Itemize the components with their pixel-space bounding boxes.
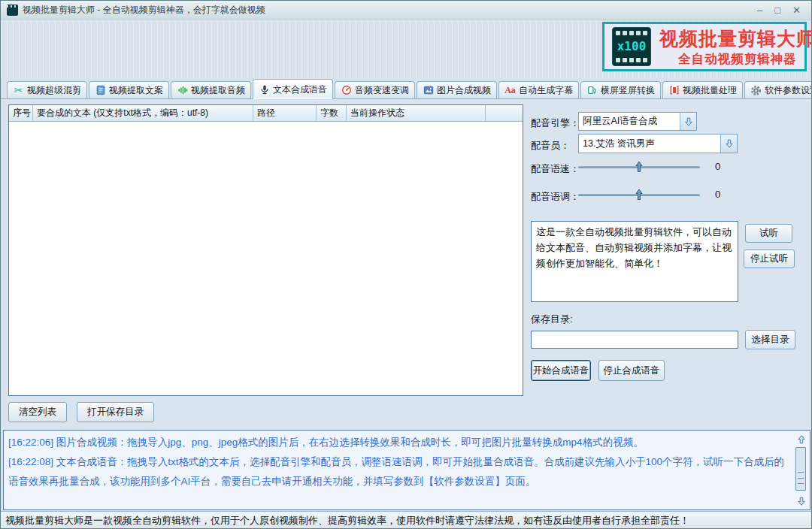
tab-video-batch-process[interactable]: 视频批量处理 (662, 81, 743, 98)
header-band: x100 视频批量剪辑大师 全自动视频剪辑神器 (1, 20, 811, 78)
status-bar: 视频批量剪辑大师是一款视频全自动剪辑软件，仅用于个人原创视频制作、提高剪辑效率，… (1, 511, 812, 529)
batch-icon (668, 85, 680, 96)
app-window: 视频批量剪辑大师 - 全自动视频剪辑神器，会打字就会做视频 – □ ✕ x100… (0, 0, 812, 529)
engine-value: 阿里云AI语音合成 (579, 115, 680, 128)
maximize-button[interactable]: □ (774, 5, 780, 15)
tab-label: 视频超级混剪 (27, 84, 81, 97)
gear-icon (750, 85, 762, 96)
col-path[interactable]: 路径 (253, 105, 317, 121)
tab-label: 图片合成视频 (437, 84, 491, 97)
subtitle-icon: Aa (504, 85, 516, 96)
speaker-label: 配音员： (531, 139, 570, 153)
speed-value: 0 (715, 161, 720, 172)
speed-icon (341, 85, 352, 96)
tab-label: 视频批量处理 (683, 84, 737, 97)
image-icon (423, 85, 434, 96)
clear-list-button[interactable]: 清空列表 (8, 402, 67, 422)
logo-badge: x100 (616, 41, 647, 53)
pitch-slider-thumb[interactable] (635, 189, 644, 204)
waveform-icon (177, 85, 188, 96)
title-bar: 视频批量剪辑大师 - 全自动视频剪辑神器，会打字就会做视频 – □ ✕ (1, 1, 811, 20)
tab-video-extract-text[interactable]: 视频提取文案 (89, 81, 169, 98)
log-area[interactable]: [16:22:06] 图片合成视频：拖拽导入jpg、png、jpeg格式的图片后… (3, 430, 810, 510)
brand-text: 视频批量剪辑大师 全自动视频剪辑神器 (659, 26, 812, 68)
status-text: 视频批量剪辑大师是一款视频全自动剪辑软件，仅用于个人原创视频制作、提高剪辑效率，… (5, 514, 689, 527)
tab-audio-speed-pitch[interactable]: 音频变速变调 (335, 81, 415, 98)
brand-title: 视频批量剪辑大师 (659, 26, 812, 51)
pitch-value: 0 (715, 189, 720, 200)
tab-image-to-video[interactable]: 图片合成视频 (417, 81, 497, 98)
pitch-label: 配音语调： (531, 190, 580, 204)
col-filler (486, 105, 523, 121)
tab-content-panel: 序号 要合成的文本 (仅支持txt格式，编码：utf-8) 路径 字数 当前操作… (1, 98, 812, 430)
save-dir-input[interactable] (531, 331, 738, 349)
tab-text-to-speech[interactable]: 文本合成语音 (253, 79, 333, 99)
minimize-button[interactable]: – (757, 5, 762, 15)
filmstrip-dots-top (616, 31, 647, 35)
log-scrollbar[interactable] (795, 433, 807, 507)
tab-label: 音频变速变调 (355, 84, 409, 97)
pitch-slider[interactable] (578, 194, 700, 196)
scissors-icon: ✂ (13, 85, 24, 96)
col-status[interactable]: 当前操作状态 (347, 105, 486, 121)
log-line: [16:22:08] 文本合成语音：拖拽导入txt格式的文本后，选择配音引擎和配… (8, 452, 790, 491)
engine-label: 配音引擎： (531, 116, 580, 130)
window-title: 视频批量剪辑大师 - 全自动视频剪辑神器，会打字就会做视频 (23, 4, 265, 17)
brand-logo-box: x100 视频批量剪辑大师 全自动视频剪辑神器 (602, 22, 807, 71)
microphone-icon (259, 84, 270, 95)
document-icon (95, 85, 106, 96)
listen-button[interactable]: 试听 (745, 224, 792, 243)
speaker-dropdown[interactable]: 13.艾浩 资讯男声 (578, 134, 738, 153)
filmstrip-x100-icon: x100 (612, 27, 651, 66)
tab-label: 自动生成字幕 (519, 84, 573, 97)
table-actions: 清空列表 打开保存目录 (8, 402, 154, 422)
tab-video-super-mix[interactable]: ✂ 视频超级混剪 (7, 81, 87, 98)
table-header-row: 序号 要合成的文本 (仅支持txt格式，编码：utf-8) 路径 字数 当前操作… (9, 105, 523, 122)
log-line: [16:22:06] 图片合成视频：拖拽导入jpg、png、jpeg格式的图片后… (8, 433, 790, 452)
dropdown-arrow-icon[interactable] (720, 135, 737, 153)
open-save-dir-button[interactable]: 打开保存目录 (77, 402, 154, 422)
rotate-icon (586, 85, 598, 96)
choose-dir-button[interactable]: 选择目录 (745, 330, 795, 349)
start-synthesis-button[interactable]: 开始合成语音 (531, 360, 591, 381)
speed-label: 配音语速： (531, 162, 580, 176)
tab-strip: ✂ 视频超级混剪 视频提取文案 视频提取音频 文本合成语音 音频变速变调 (7, 78, 812, 98)
tab-label: 横屏竖屏转换 (601, 84, 655, 97)
col-wordcount[interactable]: 字数 (317, 105, 347, 121)
col-index[interactable]: 序号 (9, 105, 33, 121)
tab-landscape-portrait[interactable]: 横屏竖屏转换 (580, 81, 661, 98)
scrollbar-grip (798, 472, 804, 484)
tab-software-settings[interactable]: 软件参数设置 (744, 81, 812, 98)
speed-slider-thumb[interactable] (635, 161, 644, 176)
brand-subtitle: 全自动视频剪辑神器 (678, 51, 797, 68)
tab-label: 软件参数设置 (765, 84, 812, 97)
tab-video-extract-audio[interactable]: 视频提取音频 (171, 81, 251, 98)
scroll-up-icon[interactable] (795, 433, 807, 446)
stop-listen-button[interactable]: 停止试听 (744, 249, 795, 268)
engine-dropdown[interactable]: 阿里云AI语音合成 (578, 112, 697, 131)
tab-label: 视频提取文案 (109, 84, 163, 97)
preview-text-area[interactable]: 这是一款全自动视频批量剪辑软件，可以自动给文本配音、自动剪辑视频并添加字幕，让视… (531, 221, 738, 302)
scrollbar-thumb[interactable] (795, 447, 806, 491)
save-dir-label: 保存目录: (531, 313, 573, 326)
app-logo-icon (7, 5, 18, 16)
text-file-table[interactable]: 序号 要合成的文本 (仅支持txt格式，编码：utf-8) 路径 字数 当前操作… (8, 104, 523, 396)
close-button[interactable]: ✕ (792, 5, 801, 15)
speed-slider[interactable] (578, 166, 700, 168)
filmstrip-dots-bottom (616, 58, 647, 62)
tab-label: 文本合成语音 (273, 83, 327, 96)
tab-label: 视频提取音频 (191, 84, 245, 97)
speaker-value: 13.艾浩 资讯男声 (579, 138, 720, 150)
tab-auto-subtitles[interactable]: Aa 自动生成字幕 (498, 81, 579, 98)
scroll-down-icon[interactable] (795, 494, 807, 507)
col-text[interactable]: 要合成的文本 (仅支持txt格式，编码：utf-8) (33, 105, 253, 121)
stop-synthesis-button[interactable]: 停止合成语音 (598, 360, 665, 381)
dropdown-arrow-icon[interactable] (680, 113, 696, 130)
window-controls: – □ ✕ (757, 5, 805, 15)
